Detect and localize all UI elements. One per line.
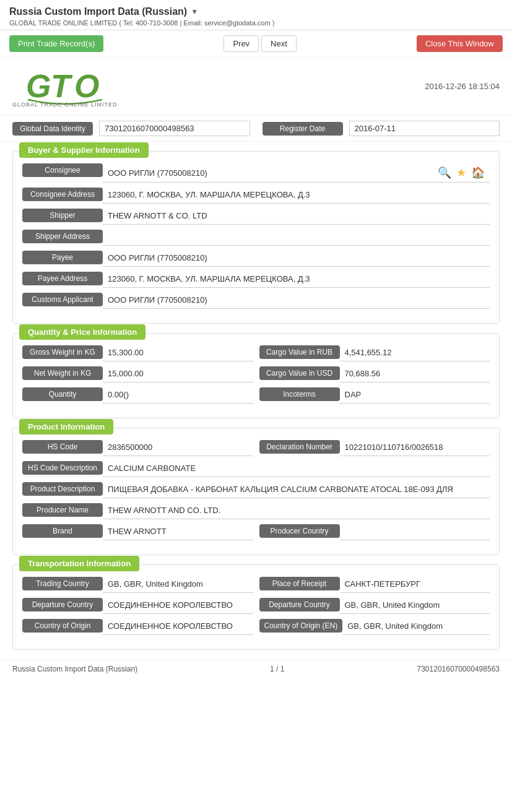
svg-text:O: O bbox=[74, 68, 99, 104]
brand-label: Brand bbox=[22, 524, 103, 538]
gto-logo-svg: G T O bbox=[25, 65, 105, 105]
transportation-title: Transportation Information bbox=[19, 556, 139, 571]
quantity-incoterms-row: Quantity 0.00() Incoterms DAP bbox=[22, 387, 490, 404]
hs-desc-row: HS Code Description CALCIUM CARBONATE bbox=[22, 461, 490, 477]
title-dropdown-icon[interactable]: ▼ bbox=[191, 7, 198, 16]
consignee-address-value: 123060, Г. МОСКВА, УЛ. МАРШАЛА МЕРЕЦКОВА… bbox=[103, 188, 490, 204]
gross-weight-label: Gross Weight in KG bbox=[22, 345, 103, 359]
hs-code-value: 2836500000 bbox=[103, 440, 253, 456]
logo: G T O GLOBAL TRADE ONLINE LIMITED bbox=[12, 65, 118, 108]
shipper-value: THEW ARNOTT & CO. LTD bbox=[103, 209, 490, 225]
payee-row: Payee ООО РИГЛИ (7705008210) bbox=[22, 251, 490, 267]
logo-area: G T O GLOBAL TRADE ONLINE LIMITED 2016-1… bbox=[0, 58, 512, 115]
hs-desc-value: CALCIUM CARBONATE bbox=[103, 461, 490, 477]
global-data-value: 73012016070000498563 bbox=[99, 121, 250, 136]
payee-address-label: Payee Address bbox=[22, 272, 103, 285]
footer-right: 73012016070000498563 bbox=[417, 665, 500, 673]
quantity-price-section: Quantity & Price Information Gross Weigh… bbox=[12, 333, 500, 418]
cargo-rub-label: Cargo Value in RUB bbox=[259, 345, 340, 359]
gross-weight-value: 15,300.00 bbox=[103, 345, 253, 361]
payee-value: ООО РИГЛИ (7705008210) bbox=[103, 251, 490, 267]
star-icon[interactable]: ★ bbox=[456, 166, 466, 179]
quantity-half: Quantity 0.00() bbox=[22, 387, 253, 404]
product-section: Product Information HS Code 2836500000 D… bbox=[12, 428, 500, 555]
transportation-body: Trading Country GB, GBR, United Kingdom … bbox=[13, 574, 499, 649]
place-receipt-half: Place of Receipt САНКТ-ПЕТЕРБУРГ bbox=[259, 577, 490, 593]
svg-text:T: T bbox=[51, 68, 73, 104]
place-receipt-value: САНКТ-ПЕТЕРБУРГ bbox=[340, 577, 490, 593]
next-button[interactable]: Next bbox=[261, 35, 297, 52]
register-date-label: Register Date bbox=[263, 122, 343, 136]
customs-applicant-row: Customs Applicant ООО РИГЛИ (7705008210) bbox=[22, 293, 490, 309]
subtitle: GLOBAL TRADE ONLINE LIMITED ( Tel: 400-7… bbox=[9, 19, 503, 27]
prev-button[interactable]: Prev bbox=[223, 35, 259, 52]
country-origin-label: Country of Origin bbox=[22, 619, 103, 633]
transportation-section: Transportation Information Trading Count… bbox=[12, 564, 500, 650]
product-desc-row: Product Description ПИЩЕВАЯ ДОБАВКА - КА… bbox=[22, 482, 490, 498]
departure-country1-half: Departure Country СОЕДИНЕННОЕ КОРОЛЕВСТВ… bbox=[22, 598, 253, 614]
departure-country1-label: Departure Country bbox=[22, 598, 103, 611]
brand-half: Brand THEW ARNOTT bbox=[22, 524, 253, 540]
quantity-price-title: Quantity & Price Information bbox=[19, 324, 145, 340]
payee-label: Payee bbox=[22, 251, 103, 264]
product-desc-label: Product Description bbox=[22, 482, 103, 496]
consignee-icons: 🔍 ★ 🏠 bbox=[438, 166, 485, 179]
country-origin-en-label: Country of Origin (EN) bbox=[259, 619, 343, 633]
gross-weight-cargo-rub-row: Gross Weight in KG 15,300.00 Cargo Value… bbox=[22, 345, 490, 361]
cargo-usd-half: Cargo Value in USD 70,688.56 bbox=[259, 366, 490, 382]
home-icon[interactable]: 🏠 bbox=[471, 166, 485, 179]
trading-country-label: Trading Country bbox=[22, 577, 103, 590]
buyer-supplier-title: Buyer & Supplier Information bbox=[19, 142, 149, 158]
shipper-row: Shipper THEW ARNOTT & CO. LTD bbox=[22, 209, 490, 225]
net-weight-half: Net Weight in KG 15,000.00 bbox=[22, 366, 253, 382]
cargo-rub-half: Cargo Value in RUB 4,541,655.12 bbox=[259, 345, 490, 361]
quantity-value: 0.00() bbox=[103, 387, 253, 404]
shipper-address-label: Shipper Address bbox=[22, 230, 103, 243]
consignee-address-label: Consignee Address bbox=[22, 188, 103, 201]
page-title: Russia Custom Import Data (Russian) ▼ bbox=[9, 6, 198, 17]
producer-country-value bbox=[340, 524, 490, 540]
customs-applicant-value: ООО РИГЛИ (7705008210) bbox=[103, 293, 490, 309]
country-origin-en-half: Country of Origin (EN) GB, GBR, United K… bbox=[259, 619, 490, 635]
hs-desc-label: HS Code Description bbox=[22, 461, 103, 475]
departure-country1-value: СОЕДИНЕННОЕ КОРОЛЕВСТВО bbox=[103, 598, 253, 614]
shipper-address-value bbox=[103, 230, 490, 246]
declaration-half: Declaration Number 10221010/110716/00265… bbox=[259, 440, 490, 456]
search-icon[interactable]: 🔍 bbox=[438, 166, 451, 179]
producer-name-value: THEW ARNOTT AND CO. LTD. bbox=[103, 503, 490, 519]
datetime: 2016-12-26 18:15:04 bbox=[425, 82, 500, 91]
product-body: HS Code 2836500000 Declaration Number 10… bbox=[13, 437, 499, 555]
producer-name-row: Producer Name THEW ARNOTT AND CO. LTD. bbox=[22, 503, 490, 519]
shipper-address-row: Shipper Address bbox=[22, 230, 490, 246]
net-weight-cargo-usd-row: Net Weight in KG 15,000.00 Cargo Value i… bbox=[22, 366, 490, 382]
buyer-supplier-section: Buyer & Supplier Information Consignee О… bbox=[12, 151, 500, 324]
footer-left: Russia Custom Import Data (Russian) bbox=[12, 665, 137, 673]
country-origin-value: СОЕДИНЕННОЕ КОРОЛЕВСТВО bbox=[103, 619, 253, 635]
net-weight-value: 15,000.00 bbox=[103, 366, 253, 382]
hs-code-label: HS Code bbox=[22, 440, 103, 454]
departure-country2-value: GB, GBR, United Kingdom bbox=[340, 598, 490, 614]
trading-country-value: GB, GBR, United Kingdom bbox=[103, 577, 253, 593]
quantity-label: Quantity bbox=[22, 387, 103, 401]
print-button[interactable]: Print Trade Record(s) bbox=[9, 35, 103, 52]
cargo-rub-value: 4,541,655.12 bbox=[340, 345, 490, 361]
buyer-supplier-body: Consignee ООО РИГЛИ (7705008210) 🔍 ★ 🏠 C… bbox=[13, 160, 499, 323]
hs-code-half: HS Code 2836500000 bbox=[22, 440, 253, 456]
toolbar-left: Print Trade Record(s) bbox=[9, 35, 103, 52]
country-origin-row: Country of Origin СОЕДИНЕННОЕ КОРОЛЕВСТВ… bbox=[22, 619, 490, 635]
shipper-label: Shipper bbox=[22, 209, 103, 222]
brand-producer-country-row: Brand THEW ARNOTT Producer Country bbox=[22, 524, 490, 540]
toolbar: Print Trade Record(s) Prev Next Close Th… bbox=[0, 30, 512, 58]
departure-country2-label: Departure Country bbox=[259, 598, 340, 611]
producer-name-label: Producer Name bbox=[22, 503, 103, 517]
cargo-usd-label: Cargo Value in USD bbox=[259, 366, 340, 380]
declaration-value: 10221010/110716/0026518 bbox=[340, 440, 490, 456]
country-origin-half: Country of Origin СОЕДИНЕННОЕ КОРОЛЕВСТВ… bbox=[22, 619, 253, 635]
close-button[interactable]: Close This Window bbox=[417, 35, 503, 52]
hs-declaration-row: HS Code 2836500000 Declaration Number 10… bbox=[22, 440, 490, 456]
product-desc-value: ПИЩЕВАЯ ДОБАВКА - КАРБОНАТ КАЛЬЦИЯ CALCI… bbox=[103, 482, 490, 498]
consignee-address-row: Consignee Address 123060, Г. МОСКВА, УЛ.… bbox=[22, 188, 490, 204]
place-receipt-label: Place of Receipt bbox=[259, 577, 340, 590]
incoterms-label: Incoterms bbox=[259, 387, 340, 401]
gross-weight-half: Gross Weight in KG 15,300.00 bbox=[22, 345, 253, 361]
